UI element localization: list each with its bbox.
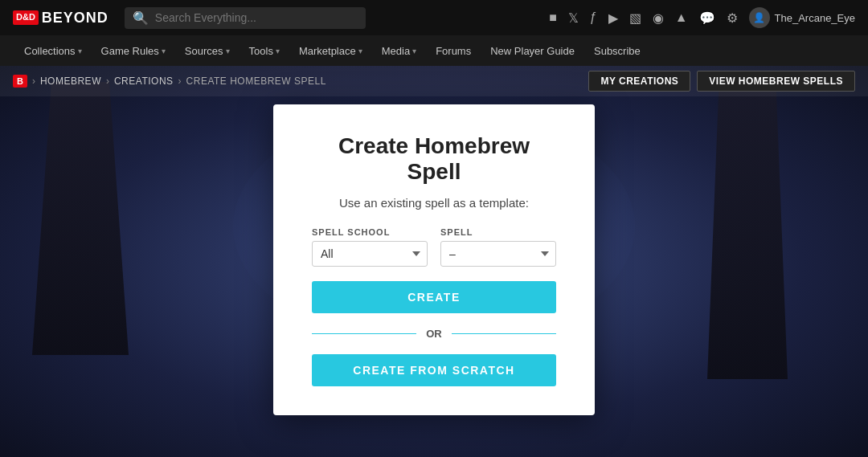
user-area[interactable]: 👤 The_Arcane_Eye bbox=[749, 7, 855, 28]
settings-icon[interactable]: ⚙ bbox=[727, 10, 738, 26]
bg-tower-left bbox=[32, 82, 129, 355]
form-row: SPELL SCHOOL All Abjuration Conjuration … bbox=[312, 227, 556, 267]
breadcrumb-sep-1: › bbox=[32, 75, 35, 87]
bell-icon[interactable]: ▲ bbox=[675, 10, 688, 25]
breadcrumb-sep-2: › bbox=[106, 75, 109, 87]
spell-school-group: SPELL SCHOOL All Abjuration Conjuration … bbox=[312, 227, 428, 267]
user-avatar: 👤 bbox=[749, 7, 770, 28]
create-homebrew-modal: Create Homebrew Spell Use an existing sp… bbox=[273, 104, 595, 415]
shield-icon[interactable]: ◉ bbox=[653, 10, 664, 26]
nav-tools[interactable]: Tools ▾ bbox=[241, 40, 288, 62]
create-button[interactable]: CREATE bbox=[312, 281, 556, 313]
search-input[interactable] bbox=[155, 11, 358, 24]
breadcrumb-bar: B › HOMEBREW › CREATIONS › CREATE HOMEBR… bbox=[0, 66, 868, 96]
nav-marketplace[interactable]: Marketplace ▾ bbox=[291, 40, 371, 62]
facebook-icon[interactable]: ƒ bbox=[590, 10, 597, 25]
chevron-down-icon: ▾ bbox=[276, 47, 280, 55]
chevron-down-icon: ▾ bbox=[162, 47, 166, 55]
search-bar[interactable]: 🔍 bbox=[125, 7, 366, 29]
secondary-nav: Collections ▾ Game Rules ▾ Sources ▾ Too… bbox=[0, 35, 868, 66]
breadcrumb-creations[interactable]: CREATIONS bbox=[114, 75, 174, 87]
create-from-scratch-button[interactable]: CREATE FROM SCRATCH bbox=[312, 354, 556, 386]
top-nav-icons: ■ 𝕏 ƒ ▶ ▧ ◉ ▲ 💬 ⚙ 👤 The_Arcane_Eye bbox=[549, 7, 855, 28]
youtube-icon[interactable]: ▶ bbox=[608, 10, 618, 26]
dicecloud-icon[interactable]: ■ bbox=[549, 10, 557, 25]
or-text: OR bbox=[426, 328, 442, 340]
search-icon: 🔍 bbox=[133, 10, 149, 26]
or-divider: OR bbox=[312, 328, 556, 340]
nav-new-player-guide[interactable]: New Player Guide bbox=[482, 40, 583, 62]
breadcrumb-buttons: MY CREATIONS VIEW HOMEBREW SPELLS bbox=[588, 71, 855, 92]
bg-tower-right bbox=[707, 74, 788, 379]
modal-title: Create Homebrew Spell bbox=[312, 133, 556, 185]
chevron-down-icon: ▾ bbox=[358, 47, 362, 55]
chat-icon[interactable]: 💬 bbox=[699, 10, 715, 26]
view-homebrew-spells-button[interactable]: VIEW HOMEBREW SPELLS bbox=[697, 71, 855, 92]
dnd-logo: D&D bbox=[13, 10, 39, 24]
spell-group: SPELL – bbox=[440, 227, 556, 267]
breadcrumb-homebrew[interactable]: HOMEBREW bbox=[40, 75, 101, 87]
or-line-left bbox=[312, 333, 416, 334]
twitter-icon[interactable]: 𝕏 bbox=[568, 10, 579, 26]
chevron-down-icon: ▾ bbox=[226, 47, 230, 55]
or-line-right bbox=[452, 333, 556, 334]
breadcrumb-current: CREATE HOMEBREW SPELL bbox=[186, 75, 326, 87]
breadcrumb: B › HOMEBREW › CREATIONS › CREATE HOMEBR… bbox=[13, 75, 326, 88]
breadcrumb-home[interactable]: B bbox=[13, 75, 27, 88]
spell-select[interactable]: – bbox=[440, 241, 556, 267]
beyond-logo: BEYOND bbox=[42, 10, 108, 27]
twitch-icon[interactable]: ▧ bbox=[629, 10, 641, 26]
my-creations-button[interactable]: MY CREATIONS bbox=[588, 71, 690, 92]
nav-subscribe[interactable]: Subscribe bbox=[586, 40, 649, 62]
nav-game-rules[interactable]: Game Rules ▾ bbox=[93, 40, 174, 62]
spell-label: SPELL bbox=[440, 227, 556, 237]
modal-subtitle: Use an existing spell as a template: bbox=[312, 196, 556, 210]
nav-collections[interactable]: Collections ▾ bbox=[16, 40, 90, 62]
spell-school-label: SPELL SCHOOL bbox=[312, 227, 428, 237]
logo[interactable]: D&D BEYOND bbox=[13, 10, 108, 27]
top-nav: D&D BEYOND 🔍 ■ 𝕏 ƒ ▶ ▧ ◉ ▲ 💬 ⚙ 👤 The_Arc… bbox=[0, 0, 868, 35]
username: The_Arcane_Eye bbox=[775, 12, 855, 24]
spell-school-select[interactable]: All Abjuration Conjuration Divination En… bbox=[312, 241, 428, 267]
nav-media[interactable]: Media ▾ bbox=[374, 40, 424, 62]
chevron-down-icon: ▾ bbox=[78, 47, 82, 55]
nav-forums[interactable]: Forums bbox=[428, 40, 479, 62]
nav-sources[interactable]: Sources ▾ bbox=[177, 40, 238, 62]
chevron-down-icon: ▾ bbox=[412, 47, 416, 55]
home-logo-icon[interactable]: B bbox=[13, 75, 27, 88]
breadcrumb-sep-3: › bbox=[178, 75, 182, 87]
